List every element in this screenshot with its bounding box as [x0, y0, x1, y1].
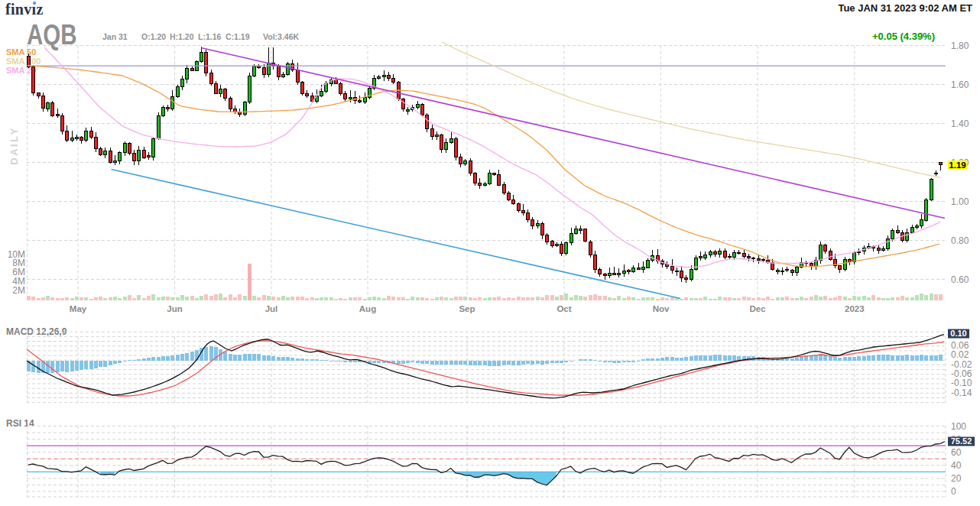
- svg-text:0.80: 0.80: [951, 235, 969, 246]
- svg-text:Jul: Jul: [265, 304, 278, 313]
- svg-text:100: 100: [951, 421, 966, 432]
- svg-text:1.80: 1.80: [951, 41, 969, 51]
- svg-text:1.19: 1.19: [949, 161, 965, 170]
- svg-text:Oct: Oct: [557, 304, 571, 313]
- svg-text:Sep: Sep: [459, 304, 475, 313]
- svg-text:0.60: 0.60: [951, 274, 969, 285]
- svg-text:20: 20: [951, 473, 962, 484]
- svg-text:60: 60: [951, 447, 962, 458]
- svg-text:0.10: 0.10: [950, 329, 966, 338]
- svg-text:75.52: 75.52: [951, 436, 972, 446]
- svg-text:1.40: 1.40: [951, 118, 969, 129]
- svg-text:1.00: 1.00: [951, 196, 969, 207]
- svg-text:Jun: Jun: [167, 304, 182, 313]
- svg-text:May: May: [70, 304, 87, 313]
- svg-text:Dec: Dec: [749, 304, 766, 313]
- svg-text:0: 0: [951, 486, 956, 497]
- svg-text:2023: 2023: [845, 304, 865, 313]
- svg-text:Aug: Aug: [359, 304, 376, 313]
- svg-text:1.60: 1.60: [951, 79, 969, 90]
- svg-text:-0.14: -0.14: [951, 388, 972, 398]
- svg-text:Nov: Nov: [653, 304, 670, 313]
- svg-text:2M: 2M: [12, 285, 25, 296]
- svg-text:40: 40: [951, 460, 962, 471]
